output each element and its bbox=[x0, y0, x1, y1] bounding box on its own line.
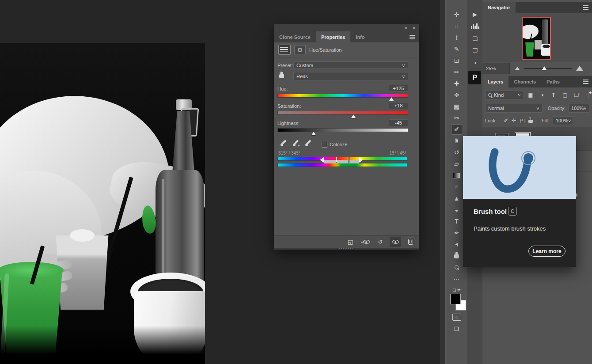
visibility-icon[interactable] bbox=[390, 237, 401, 247]
slider-value-input[interactable]: -45 bbox=[389, 119, 408, 126]
tab-paths[interactable]: Paths bbox=[541, 76, 565, 87]
eraser-tool[interactable]: ▱ bbox=[451, 159, 462, 169]
photo-table-shadow bbox=[0, 326, 205, 364]
range-left-handle[interactable] bbox=[320, 157, 324, 163]
adjustment-layer-filter-icon[interactable]: ◑ bbox=[537, 91, 547, 99]
gradient-tool[interactable] bbox=[451, 170, 462, 181]
history-brush-tool[interactable]: ↺ bbox=[451, 147, 462, 158]
pen-tool[interactable]: ✒ bbox=[451, 228, 462, 238]
move-tool[interactable]: ✛ bbox=[451, 9, 462, 20]
slider-value-input[interactable]: +18 bbox=[389, 102, 408, 109]
edit-toolbar-ellipsis[interactable]: ··· bbox=[451, 273, 462, 284]
lock-all-icon[interactable] bbox=[528, 117, 533, 125]
panel-menu-icon[interactable] bbox=[410, 37, 415, 38]
canvas-image[interactable] bbox=[0, 43, 205, 364]
slider-thumb[interactable] bbox=[351, 114, 356, 118]
lasso-tool[interactable]: ℓ bbox=[451, 32, 462, 43]
foreground-color-swatch[interactable] bbox=[450, 294, 461, 304]
preset-select[interactable]: Custom∨ bbox=[293, 61, 408, 69]
smart-object-filter-icon[interactable]: ❒ bbox=[572, 91, 581, 99]
navigator-footer: 25% bbox=[482, 62, 592, 75]
screen-mode-icon[interactable]: ❐ bbox=[451, 324, 462, 334]
content-aware-move-tool[interactable]: ✂ bbox=[451, 113, 462, 123]
quick-selection-tool[interactable]: ✎ bbox=[451, 44, 462, 54]
navigator-zoom-input[interactable]: 25% bbox=[482, 63, 510, 74]
range-inner-bar-right[interactable] bbox=[348, 157, 349, 163]
history-panel-icon[interactable]: ❏ bbox=[471, 34, 479, 43]
range-inner-bar-left[interactable] bbox=[336, 157, 337, 163]
crop-tool[interactable]: ⊡ bbox=[451, 55, 462, 66]
zoom-tool[interactable] bbox=[451, 262, 462, 273]
lock-artboard-icon[interactable]: ◰ bbox=[520, 118, 524, 124]
layers-tabbar: Layers Channels Paths bbox=[482, 76, 592, 87]
navigator-thumbnail[interactable] bbox=[522, 17, 551, 60]
delete-icon[interactable] bbox=[405, 237, 416, 247]
healing-brush-tool[interactable]: ✜ bbox=[451, 90, 462, 100]
sharpen-tool[interactable]: ▲ bbox=[451, 193, 462, 204]
collapse-panel-icon[interactable]: « bbox=[404, 25, 407, 30]
opacity-select[interactable]: 100%∨ bbox=[568, 104, 589, 113]
p-logo-badge[interactable]: P bbox=[468, 71, 481, 84]
channel-select[interactable]: Reds∨ bbox=[293, 72, 408, 80]
marquee-tool[interactable]: ◌ bbox=[451, 21, 462, 31]
adjustments-panel-icon[interactable]: ◑ bbox=[471, 58, 479, 67]
layers-menu-icon[interactable] bbox=[583, 81, 588, 82]
filter-toggle[interactable] bbox=[588, 91, 589, 99]
brush-tool[interactable]: ✐ bbox=[451, 124, 462, 135]
eyedropper-tool[interactable]: ✑ bbox=[451, 67, 462, 77]
slider-track[interactable] bbox=[277, 94, 408, 98]
lock-position-icon[interactable]: ✛ bbox=[512, 118, 516, 124]
slider-track[interactable] bbox=[277, 128, 408, 132]
smudge-tool[interactable]: ☝ bbox=[451, 182, 462, 192]
slider-thumb[interactable] bbox=[389, 97, 394, 101]
tab-info[interactable]: Info bbox=[350, 31, 370, 42]
navigator-menu-icon[interactable] bbox=[583, 7, 588, 8]
histogram-panel-icon[interactable] bbox=[471, 22, 479, 30]
pixel-layer-filter-icon[interactable]: ▣ bbox=[526, 91, 535, 99]
patch-tool[interactable]: ▩ bbox=[451, 101, 462, 112]
panel-resize-grip[interactable] bbox=[274, 248, 419, 250]
type-tool[interactable]: T bbox=[451, 216, 462, 227]
range-right-handle[interactable] bbox=[359, 157, 363, 163]
tab-clone-source[interactable]: Clone Source bbox=[274, 31, 316, 42]
adjustment-sliders-icon[interactable] bbox=[278, 45, 291, 55]
lock-pixels-icon[interactable]: ✐ bbox=[504, 118, 508, 124]
targeted-adjustment-icon[interactable] bbox=[279, 72, 284, 80]
navigator-zoom-slider[interactable] bbox=[524, 68, 572, 69]
actions-panel-icon[interactable]: ▶ bbox=[471, 10, 479, 19]
quick-mask-mode-icon[interactable]: ◌ bbox=[451, 312, 462, 322]
zoom-in-icon[interactable] bbox=[576, 66, 583, 71]
eyedropper-icon[interactable] bbox=[279, 139, 287, 149]
clone-stamp-tool[interactable]: ♜ bbox=[451, 136, 462, 146]
zoom-slider-thumb[interactable] bbox=[542, 66, 546, 70]
learn-more-button[interactable]: Learn more bbox=[528, 246, 565, 257]
spot-healing-brush-tool[interactable]: ✚ bbox=[451, 78, 462, 89]
close-panel-icon[interactable]: × bbox=[413, 25, 415, 30]
view-previous-state-icon[interactable]: ↩ bbox=[360, 237, 371, 247]
shape-layer-filter-icon[interactable]: ▢ bbox=[560, 91, 570, 99]
add-to-sample-eyedropper-icon[interactable]: + bbox=[292, 139, 300, 149]
hue-range-ramp-bottom[interactable] bbox=[277, 163, 407, 167]
filter-kind-select[interactable]: Kind∨ bbox=[485, 91, 524, 99]
hand-tool[interactable] bbox=[451, 250, 462, 261]
tab-layers[interactable]: Layers bbox=[482, 76, 509, 87]
layer-mask-icon[interactable] bbox=[294, 45, 306, 54]
subtract-from-sample-eyedropper-icon[interactable]: − bbox=[304, 139, 312, 149]
zoom-out-icon[interactable] bbox=[515, 67, 520, 70]
range-connector[interactable] bbox=[324, 160, 359, 163]
tab-properties[interactable]: Properties bbox=[316, 31, 350, 42]
library-panel-icon[interactable]: ❐ bbox=[471, 46, 479, 55]
tab-navigator[interactable]: Navigator bbox=[482, 2, 516, 13]
colorize-checkbox[interactable] bbox=[322, 142, 327, 148]
slider-track[interactable] bbox=[277, 111, 408, 115]
slider-thumb[interactable] bbox=[311, 132, 316, 135]
type-layer-filter-icon[interactable]: T bbox=[549, 91, 558, 99]
tab-channels[interactable]: Channels bbox=[509, 76, 541, 87]
reset-icon[interactable]: ↺ bbox=[375, 237, 386, 247]
blend-mode-select[interactable]: Normal∨ bbox=[485, 104, 543, 113]
dodge-tool[interactable]: ◒ bbox=[451, 205, 462, 215]
fill-select[interactable]: 100%∨ bbox=[553, 116, 573, 125]
clip-to-layer-icon[interactable]: ◱ bbox=[345, 237, 356, 247]
path-selection-tool[interactable]: ➤ bbox=[451, 239, 462, 250]
slider-value-input[interactable]: +125 bbox=[389, 85, 408, 92]
